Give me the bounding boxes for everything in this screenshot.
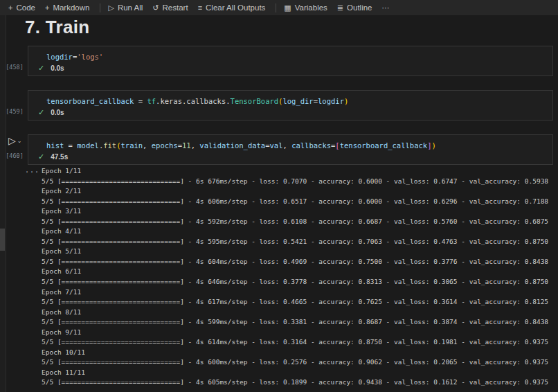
epoch-progress-line: 5/5 [==============================] - 4… [42,197,554,207]
code-token: callbacks [186,97,226,105]
notebook-page: +Code+Markdown▷Run All↺Restart≡Clear All… [0,0,558,392]
execution-time: 0.0s [51,64,64,72]
more-icon: ⋯ [382,4,390,12]
epoch-header-line: Epoch 6/11 [42,267,554,277]
success-check-icon: ✓ [38,153,44,161]
epoch-header-line: Epoch 4/11 [42,226,554,237]
clear-icon: ≡ [198,4,202,12]
epoch-header-line: Epoch 11/11 [42,368,554,378]
plus-icon: + [45,4,49,12]
code-token: val [270,141,283,150]
toolbar-button-run-all[interactable]: ▷Run All [105,2,148,13]
code-token: fit [103,141,116,150]
code-token: train [121,141,143,150]
play-icon: ▷ [108,4,114,12]
cell-status: ✓ 0.0s [38,109,64,116]
code-token: tensorboard_callback [340,141,427,150]
toolbar-button-label: Outline [347,3,372,12]
toolbar-button-label: Code [16,3,35,12]
cell-status: ✓ 47.5s [38,153,68,161]
toolbar-button-outline[interactable]: ≣Outline [334,2,378,13]
run-cell-button[interactable]: ▷ ⌄ [8,136,21,145]
epoch-header-line: Epoch 3/11 [42,206,554,217]
code-token: logdir [46,53,73,61]
scrollbar-thumb[interactable] [0,229,5,251]
toolbar-button-restart[interactable]: ↺Restart [150,2,193,13]
execution-time: 0.0s [51,109,64,116]
toolbar-button-label: Clear All Outputs [206,3,265,12]
epoch-progress-line: 5/5 [==============================] - 6… [42,177,554,187]
code-token: , [143,141,152,150]
variables-icon: ▦ [284,4,291,12]
execution-count: [458] [1,64,28,71]
code-cell-3[interactable]: hist = model.fit(train, epochs=11, valid… [28,134,553,165]
code-token: 11 [182,141,191,150]
epoch-progress-line: 5/5 [==============================] - 4… [42,317,554,328]
epoch-progress-line: 5/5 [==============================] - 4… [42,297,554,308]
epoch-progress-line: 5/5 [==============================] - 4… [42,257,554,267]
epoch-header-line: Epoch 5/11 [42,247,554,257]
epoch-header-line: Epoch 2/11 [42,186,554,197]
code-cell-1[interactable]: logdir='logs' ✓ 0.0s [28,46,553,76]
code-cell-2[interactable]: tensorboard_callback = tf.keras.callback… [28,90,553,121]
plus-icon: + [8,4,12,12]
execution-count: [460] [1,152,28,159]
restart-icon: ↺ [152,4,159,12]
epoch-progress-line: 5/5 [==============================] - 4… [42,377,554,388]
code-token: 'logs' [77,53,103,61]
code-token: TensorBoard [231,97,279,105]
code-token: validation_data [199,141,265,150]
epoch-header-line: Epoch 1/11 [42,166,554,177]
code-line[interactable]: tensorboard_callback = tf.keras.callback… [46,97,348,105]
toolbar-button-add-markdown[interactable]: +Markdown [42,2,96,13]
code-token: model [77,141,99,150]
code-token: tf [147,97,156,105]
epoch-progress-line: 5/5 [==============================] - 4… [42,337,554,348]
code-line[interactable]: hist = model.fit(train, epochs=11, valid… [46,141,436,150]
editor-left-gutter [0,15,6,392]
code-token: tensorboard_callback [46,97,134,105]
toolbar-button-label: Markdown [53,3,89,12]
toolbar-button-label: Run All [118,3,143,12]
code-token: epochs [152,141,178,150]
code-token: , [191,141,200,150]
code-token: keras [160,97,182,105]
code-line[interactable]: logdir='logs' [46,53,103,61]
epoch-progress-line: 5/5 [==============================] - 4… [42,217,554,227]
outline-icon: ≣ [337,4,343,12]
epoch-header-line: Epoch 8/11 [42,308,554,318]
chevron-down-icon: ⌄ [17,138,22,144]
toolbar-button-more-actions[interactable]: ⋯ [379,3,395,13]
play-icon: ▷ [8,136,16,145]
cell-status: ✓ 0.0s [38,64,64,72]
output-collapse-toggle[interactable]: ... [25,166,39,174]
toolbar-separator [100,3,100,12]
code-token: = [134,97,147,105]
section-heading: 7. Train [25,17,89,38]
code-token: ) [431,141,435,150]
success-check-icon: ✓ [38,109,44,116]
toolbar-button-clear-all-outputs[interactable]: ≡Clear All Outputs [195,2,271,13]
epoch-progress-line: 5/5 [==============================] - 4… [42,357,554,368]
toolbar-separator [276,3,276,12]
code-token: = [64,141,77,150]
code-token: ) [344,97,348,105]
toolbar-button-variables[interactable]: ▦Variables [281,2,333,13]
epoch-header-line: Epoch 10/11 [42,348,554,358]
code-token: hist [46,141,64,150]
notebook-toolbar: +Code+Markdown▷Run All↺Restart≡Clear All… [0,0,558,15]
success-check-icon: ✓ [38,64,44,72]
code-token: , [282,141,291,150]
code-token: callbacks [291,141,331,150]
epoch-progress-line: 5/5 [==============================] - 4… [42,237,554,247]
execution-count: [459] [1,108,28,115]
code-token: logdir [318,97,344,105]
training-output: Epoch 1/115/5 [=========================… [42,166,554,388]
epoch-header-line: Epoch 9/11 [42,328,554,338]
toolbar-button-label: Restart [163,3,188,12]
epoch-header-line: Epoch 7/11 [42,287,554,298]
toolbar-button-label: Variables [295,3,327,12]
execution-time: 47.5s [51,153,68,161]
epoch-progress-line: 5/5 [==============================] - 4… [42,277,554,287]
toolbar-button-add-code[interactable]: +Code [6,2,41,13]
